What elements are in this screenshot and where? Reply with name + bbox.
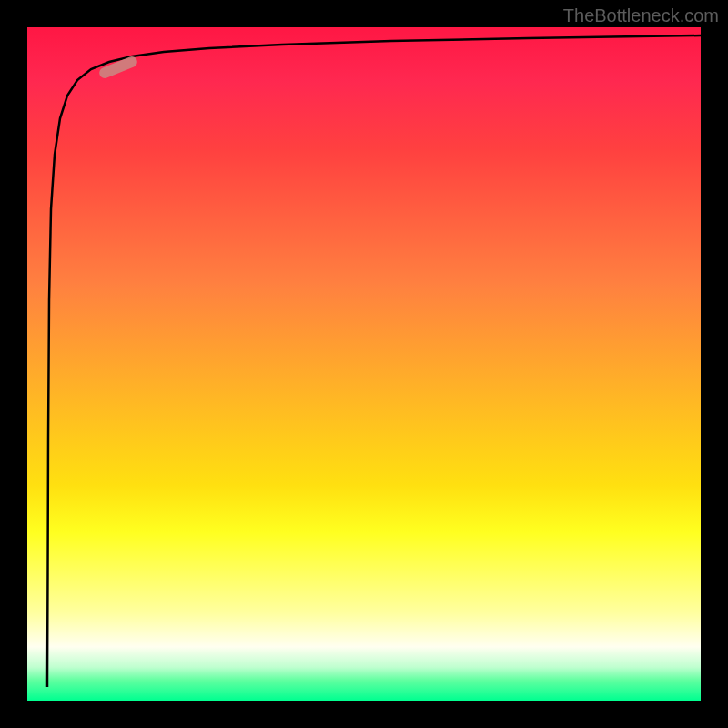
watermark-text: TheBottleneck.com (563, 5, 719, 26)
curve-overlay (27, 27, 701, 701)
x-axis-area (0, 701, 728, 728)
bottleneck-curve-line (47, 35, 701, 687)
y-axis-area (0, 27, 27, 701)
